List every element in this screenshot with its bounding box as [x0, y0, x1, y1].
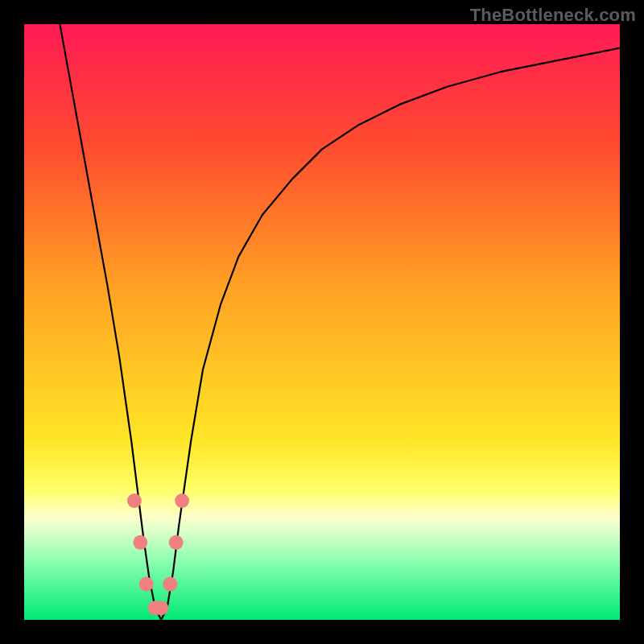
- bottleneck-chart: [24, 24, 620, 620]
- watermark-text: TheBottleneck.com: [470, 5, 636, 26]
- valley-marker: [169, 535, 184, 550]
- valley-marker: [139, 577, 154, 592]
- chart-frame: TheBottleneck.com: [0, 0, 644, 644]
- valley-marker: [127, 493, 142, 508]
- valley-marker: [133, 535, 147, 550]
- valley-marker: [175, 493, 189, 508]
- valley-marker: [163, 577, 177, 592]
- valley-marker: [154, 601, 168, 615]
